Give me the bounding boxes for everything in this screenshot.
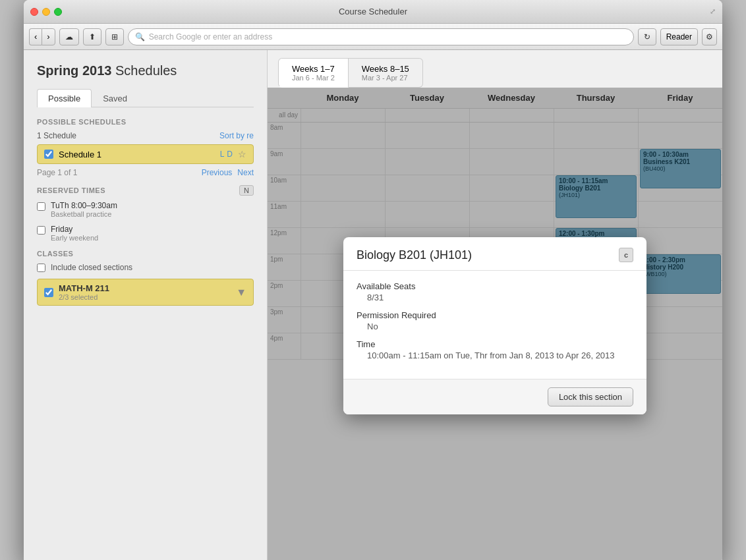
- week-tabs: Weeks 1–7 Jan 6 - Mar 2 Weeks 8–15 Mar 3…: [268, 50, 722, 88]
- class-checkbox[interactable]: [44, 288, 53, 297]
- resize-icon: ⤢: [710, 7, 716, 16]
- minimize-button[interactable]: [42, 8, 50, 16]
- reserved-checkbox-1[interactable]: [37, 226, 45, 235]
- possible-schedules-header: POSSIBLE SCHEDULES: [37, 118, 254, 126]
- schedule-name: Schedule 1: [59, 150, 215, 159]
- window-title: Course Scheduler: [339, 7, 407, 16]
- star-icon[interactable]: ☆: [238, 149, 246, 159]
- traffic-lights: [30, 8, 62, 16]
- week-tab-dates-0: Jan 6 - Mar 2: [292, 74, 335, 82]
- classes-header: CLASSES: [37, 250, 254, 258]
- close-button[interactable]: [30, 8, 38, 16]
- time-value: 10:00am - 11:15am on Tue, Thr from Jan 8…: [357, 350, 633, 360]
- page-nav: Page 1 of 1 Previous Next: [37, 168, 254, 177]
- search-icon: 🔍: [135, 32, 145, 42]
- prev-link[interactable]: Previous: [202, 168, 233, 177]
- toolbar: ‹ › ☁ ⬆ ⊞ 🔍 Search Google or enter an ad…: [24, 24, 722, 50]
- reserved-checkbox-0[interactable]: [37, 202, 45, 211]
- schedule-count: 1 Schedule: [37, 131, 76, 140]
- share-button[interactable]: ⬆: [83, 28, 101, 45]
- forward-button[interactable]: ›: [42, 28, 55, 45]
- modal-body: Available Seats 8/31 Permission Required…: [343, 271, 646, 379]
- week-tab-label-0: Weeks 1–7: [292, 64, 335, 74]
- page-info: Page 1 of 1: [37, 168, 77, 177]
- week-tab-dates-1: Mar 3 - Apr 27: [362, 74, 409, 82]
- add-reserved-button[interactable]: N: [239, 185, 254, 196]
- tab-saved[interactable]: Saved: [92, 89, 138, 107]
- sidebar: Spring 2013 Schedules Possible Saved POS…: [24, 50, 268, 560]
- page-title: Spring 2013 Schedules: [37, 63, 254, 78]
- modal-title: Biology B201 (JH101): [357, 248, 472, 262]
- reserved-desc-1: Early weekend: [51, 234, 98, 242]
- schedule-info-row: 1 Schedule Sort by re: [37, 131, 254, 140]
- cloud-button[interactable]: ☁: [59, 28, 79, 45]
- address-bar[interactable]: 🔍 Search Google or enter an address: [128, 28, 634, 45]
- reserved-item-1: Friday Early weekend: [37, 225, 254, 242]
- grid-button[interactable]: ⊞: [105, 28, 124, 45]
- available-seats-field: Available Seats 8/31: [357, 281, 633, 302]
- class-item-math: MATH-M 211 2/3 selected ▼: [37, 279, 254, 306]
- week-tab-0[interactable]: Weeks 1–7 Jan 6 - Mar 2: [278, 58, 349, 88]
- title-bar-right: ⤢: [710, 7, 716, 16]
- permission-field: Permission Required No: [357, 310, 633, 331]
- week-tab-label-1: Weeks 8–15: [362, 64, 409, 74]
- next-link[interactable]: Next: [237, 168, 254, 177]
- class-name: MATH-M 211: [59, 283, 231, 293]
- available-seats-label: Available Seats: [357, 281, 633, 291]
- time-label: Time: [357, 339, 633, 349]
- tab-possible[interactable]: Possible: [37, 89, 92, 107]
- calendar-area: Weeks 1–7 Jan 6 - Mar 2 Weeks 8–15 Mar 3…: [268, 50, 722, 560]
- reserved-item-0: TuTh 8:00–9:30am Basketball practice: [37, 201, 254, 218]
- time-field: Time 10:00am - 11:15am on Tue, Thr from …: [357, 339, 633, 360]
- tabs: Possible Saved: [37, 89, 254, 107]
- reader-button[interactable]: Reader: [660, 28, 698, 45]
- sort-link[interactable]: Sort by re: [219, 131, 254, 140]
- schedule-link-d[interactable]: D: [227, 150, 233, 159]
- modal-close-button[interactable]: c: [619, 248, 633, 262]
- page-nav-links: Previous Next: [202, 168, 254, 177]
- modal-overlay[interactable]: Biology B201 (JH101) c Available Seats 8…: [268, 88, 722, 560]
- main-content: Spring 2013 Schedules Possible Saved POS…: [24, 50, 722, 560]
- modal-header: Biology B201 (JH101) c: [343, 237, 646, 271]
- reserved-times-header: RESERVED TIMES N: [37, 185, 254, 196]
- maximize-button[interactable]: [54, 8, 62, 16]
- schedule-links: L D: [220, 150, 233, 159]
- include-closed-checkbox[interactable]: [37, 264, 45, 272]
- modal-footer: Lock this section: [343, 379, 646, 414]
- refresh-button[interactable]: ↻: [638, 28, 656, 45]
- app-window: Course Scheduler ⤢ ‹ › ☁ ⬆ ⊞ 🔍 Search Go…: [24, 0, 722, 560]
- address-text: Search Google or enter an address: [149, 32, 272, 42]
- class-sub: 2/3 selected: [59, 293, 231, 301]
- permission-label: Permission Required: [357, 310, 633, 320]
- available-seats-value: 8/31: [357, 293, 633, 302]
- modal: Biology B201 (JH101) c Available Seats 8…: [343, 237, 646, 414]
- nav-buttons: ‹ ›: [29, 28, 55, 45]
- settings-button[interactable]: ⚙: [702, 28, 717, 45]
- lock-section-button[interactable]: Lock this section: [548, 387, 633, 406]
- reserved-time-0: TuTh 8:00–9:30am: [51, 201, 117, 210]
- week-tab-1[interactable]: Weeks 8–15 Mar 3 - Apr 27: [349, 58, 423, 88]
- permission-value: No: [357, 322, 633, 331]
- include-closed-label: Include closed sections: [51, 263, 132, 272]
- schedule-checkbox[interactable]: [44, 150, 53, 159]
- reserved-desc-0: Basketball practice: [51, 210, 117, 218]
- class-expand-icon[interactable]: ▼: [236, 287, 246, 298]
- schedule-item: Schedule 1 L D ☆: [37, 144, 254, 164]
- include-closed-row: Include closed sections: [37, 263, 254, 272]
- reserved-time-1: Friday: [51, 225, 98, 234]
- title-bar: Course Scheduler ⤢: [24, 0, 722, 24]
- schedule-link-l[interactable]: L: [220, 150, 225, 159]
- back-button[interactable]: ‹: [29, 28, 42, 45]
